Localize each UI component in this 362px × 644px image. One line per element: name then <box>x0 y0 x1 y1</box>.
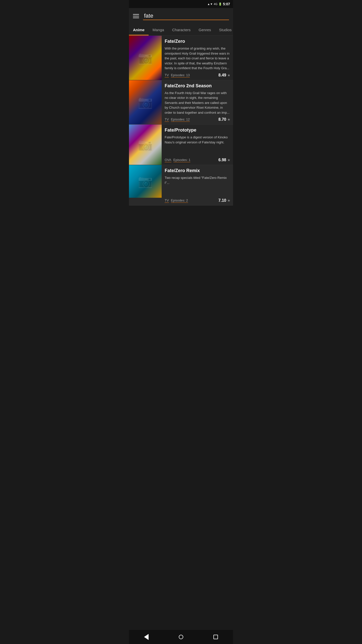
nav-home-button[interactable] <box>176 632 186 642</box>
anime-rating-value: 8.70 <box>218 117 226 122</box>
anime-title: Fate/Prototype <box>165 128 230 133</box>
recents-icon <box>213 635 218 639</box>
search-input[interactable] <box>143 12 229 20</box>
anime-rating: 8.49 ★ <box>218 73 231 77</box>
thumb-figure: 📷 <box>138 51 153 65</box>
anime-list-item[interactable]: 📷 Fate/Zero Remix Two recap specials tit… <box>129 165 233 206</box>
anime-type: TV <box>165 198 169 203</box>
tabs-bar: Anime Manga Characters Genres Studios <box>129 24 233 36</box>
anime-info: Fate/Prototype Fate/Prototype is a diges… <box>162 125 233 165</box>
anime-info: Fate/Zero Remix Two recap specials title… <box>162 165 233 205</box>
anime-episodes: Episodes: 1 <box>173 158 191 162</box>
anime-list: 📷 Fate/Zero With the promise of granting… <box>129 36 233 206</box>
status-time: 5:07 <box>223 2 230 6</box>
network-type: 4G <box>214 3 217 6</box>
anime-rating-value: 8.49 <box>218 73 226 77</box>
anime-rating-value: 6.98 <box>218 158 226 162</box>
content-area: 📷 Fate/Zero With the promise of granting… <box>129 36 233 220</box>
thumb-figure: 📷 <box>138 138 153 152</box>
tab-characters[interactable]: Characters <box>168 24 195 35</box>
anime-list-item[interactable]: 📷 Fate/Prototype Fate/Prototype is a dig… <box>129 125 233 165</box>
home-icon <box>179 635 183 639</box>
anime-description: Fate/Prototype is a digest version of Ki… <box>165 135 230 155</box>
anime-thumbnail: 📷 <box>129 165 162 205</box>
anime-list-item[interactable]: 📷 Fate/Zero 2nd Season As the Fourth Hol… <box>129 80 233 125</box>
anime-type: TV <box>165 73 169 77</box>
bottom-navigation <box>129 630 233 644</box>
anime-info: Fate/Zero 2nd Season As the Fourth Holy … <box>162 80 233 125</box>
anime-title: Fate/Zero <box>165 39 230 44</box>
star-icon: ★ <box>227 158 231 162</box>
thumb-figure: 📷 <box>138 174 153 188</box>
anime-description: With the promise of granting any wish, t… <box>165 46 230 71</box>
star-icon: ★ <box>227 73 231 77</box>
anime-episodes: Episodes: 2 <box>171 198 188 203</box>
hamburger-menu-button[interactable] <box>133 14 139 18</box>
anime-episodes: Episodes: 13 <box>171 73 190 77</box>
signal-icon: ▲▼ <box>207 3 213 6</box>
status-icons: ▲▼ 4G 🔋 5:07 <box>207 2 230 6</box>
anime-type: OVA <box>165 158 171 162</box>
anime-type: TV <box>165 117 169 122</box>
anime-rating-value: 7.10 <box>218 198 226 203</box>
star-icon: ★ <box>227 117 231 122</box>
thumb-figure: 📷 <box>138 95 153 109</box>
anime-episodes: Episodes: 12 <box>171 117 190 122</box>
nav-recents-button[interactable] <box>211 632 221 642</box>
anime-info: Fate/Zero With the promise of granting a… <box>162 36 233 80</box>
star-icon: ★ <box>227 198 231 203</box>
tab-studios[interactable]: Studios <box>215 24 233 35</box>
battery-icon: 🔋 <box>218 3 222 6</box>
tab-anime[interactable]: Anime <box>129 24 149 35</box>
back-icon <box>144 634 149 640</box>
status-bar: ▲▼ 4G 🔋 5:07 <box>129 0 233 8</box>
header <box>129 8 233 24</box>
nav-back-button[interactable] <box>141 632 151 642</box>
anime-description: Two recap specials titled "Fate/Zero Rem… <box>165 175 230 196</box>
anime-thumbnail: 📷 <box>129 80 162 125</box>
anime-title: Fate/Zero Remix <box>165 168 230 173</box>
anime-thumbnail: 📷 <box>129 125 162 165</box>
anime-thumbnail: 📷 <box>129 36 162 80</box>
anime-title: Fate/Zero 2nd Season <box>165 83 230 89</box>
anime-rating: 7.10 ★ <box>218 198 231 203</box>
anime-rating: 8.70 ★ <box>218 117 231 122</box>
tab-manga[interactable]: Manga <box>149 24 168 35</box>
anime-list-item[interactable]: 📷 Fate/Zero With the promise of granting… <box>129 36 233 80</box>
anime-rating: 6.98 ★ <box>218 158 231 162</box>
anime-description: As the Fourth Holy Grail War rages on wi… <box>165 91 230 115</box>
tab-genres[interactable]: Genres <box>195 24 215 35</box>
